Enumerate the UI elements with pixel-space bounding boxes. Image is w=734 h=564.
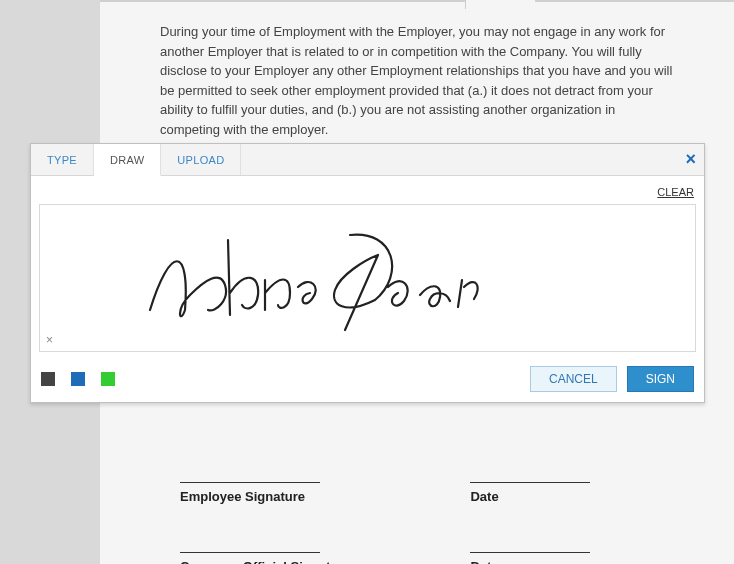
signature-line: [180, 482, 320, 483]
cancel-button[interactable]: CANCEL: [530, 366, 617, 392]
modal-tabs: TYPE DRAW UPLOAD ×: [31, 144, 704, 176]
date-label: Date: [470, 559, 590, 564]
tab-upload[interactable]: UPLOAD: [161, 144, 241, 175]
canvas-clear-icon[interactable]: ×: [46, 333, 53, 347]
modal-body: CLEAR ×: [31, 176, 704, 352]
color-swatch-green[interactable]: [101, 372, 115, 386]
sign-button[interactable]: SIGN: [627, 366, 694, 392]
modal-footer: CANCEL SIGN: [31, 352, 704, 402]
document-paragraph: During your time of Employment with the …: [160, 22, 674, 139]
clear-link[interactable]: CLEAR: [39, 182, 696, 204]
signature-canvas[interactable]: ×: [39, 204, 696, 352]
signature-line: [180, 552, 320, 553]
employee-signature-label: Employee Signature: [180, 489, 350, 504]
color-swatch-black[interactable]: [41, 372, 55, 386]
color-swatch-blue[interactable]: [71, 372, 85, 386]
close-icon[interactable]: ×: [685, 150, 696, 168]
tab-type[interactable]: TYPE: [31, 144, 94, 175]
signature-block: Employee Signature Company Official Sign…: [160, 482, 674, 564]
drawn-signature: [130, 215, 530, 335]
company-signature-label: Company Official Signature: [180, 559, 350, 564]
signature-line: [470, 552, 590, 553]
toolbar-fragment: [465, 0, 535, 9]
signature-modal: TYPE DRAW UPLOAD × CLEAR × CANCEL SIGN: [30, 143, 705, 403]
tab-draw[interactable]: DRAW: [94, 144, 161, 176]
date-label: Date: [470, 489, 590, 504]
signature-line: [470, 482, 590, 483]
